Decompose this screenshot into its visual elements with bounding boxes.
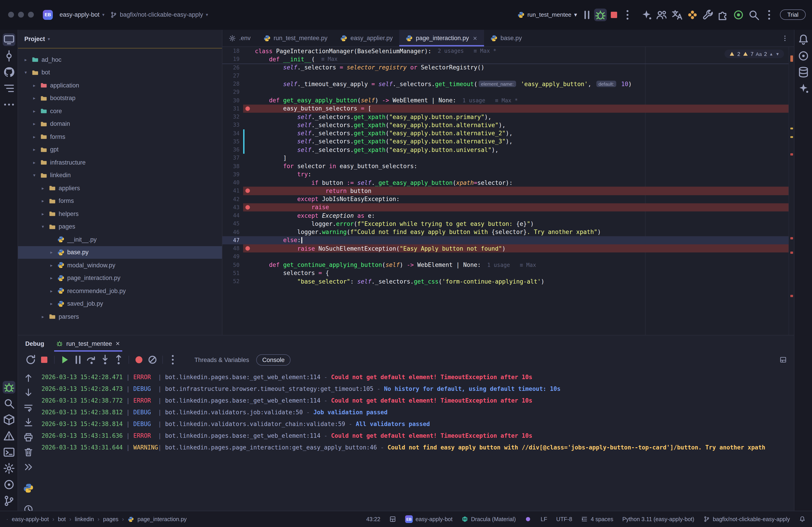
gutter[interactable]	[243, 244, 255, 253]
branch-selector[interactable]: bagfix/not-clickable-easy-apply ▾	[107, 9, 211, 20]
tree-chevron-icon[interactable]: ▸	[31, 121, 38, 126]
tab-console[interactable]: Console	[257, 354, 291, 365]
record-button[interactable]	[732, 8, 745, 21]
stripe-mark[interactable]	[791, 153, 793, 156]
gutter[interactable]	[243, 47, 255, 55]
gutter[interactable]	[243, 220, 255, 228]
flower-button[interactable]	[686, 8, 699, 21]
gutter[interactable]	[243, 211, 255, 220]
stop-button[interactable]	[608, 8, 620, 21]
stripe-mark[interactable]	[791, 127, 793, 130]
tree-chevron-icon[interactable]: ▸	[31, 83, 38, 88]
tree-item-pages[interactable]: ▾pages	[18, 220, 222, 233]
puzzle-button[interactable]	[717, 8, 729, 21]
stripe-mark[interactable]	[791, 56, 793, 62]
line-number[interactable]: 34	[222, 130, 243, 136]
line-number[interactable]: 47	[222, 237, 243, 243]
stepover-button[interactable]	[85, 353, 98, 366]
search-button[interactable]	[2, 397, 15, 410]
pause-button[interactable]	[72, 353, 84, 366]
console-output[interactable]: 2026-03-13 15:42:28.471 | ERROR | bot.li…	[42, 372, 791, 511]
line-number[interactable]: 18	[222, 48, 243, 54]
tree-item-forms[interactable]: ▸forms	[18, 195, 222, 207]
tree-item-parsers[interactable]: ▸parsers	[18, 310, 222, 323]
gutter[interactable]	[243, 137, 255, 146]
gutter[interactable]	[243, 203, 255, 212]
gutter[interactable]	[243, 170, 255, 179]
gutter[interactable]	[243, 236, 255, 244]
gutter[interactable]	[243, 113, 255, 121]
stop-button[interactable]	[38, 353, 50, 366]
packages-button[interactable]	[2, 413, 15, 426]
gutter[interactable]	[243, 261, 255, 269]
ai-button[interactable]	[797, 82, 810, 95]
project-widget[interactable]: EBeasy-apply-bot	[405, 515, 452, 523]
line-number[interactable]: 52	[222, 278, 243, 284]
debug-button[interactable]	[2, 381, 15, 394]
zoom-window-button[interactable]	[28, 12, 34, 18]
tree-item-modal_window.py[interactable]: ▸modal_window.py	[18, 259, 222, 272]
tree-item-domain[interactable]: ▸domain	[18, 118, 222, 130]
tree-chevron-icon[interactable]: ▾	[40, 224, 46, 229]
tree-item-helpers[interactable]: ▸helpers	[18, 207, 222, 220]
breadcrumb-file[interactable]: page_interaction.py	[137, 516, 187, 522]
line-separator[interactable]: LF	[541, 516, 547, 522]
tree-chevron-icon[interactable]: ▸	[48, 263, 55, 268]
notifications[interactable]	[799, 516, 806, 523]
line-number[interactable]: 48	[222, 245, 243, 252]
line-number[interactable]: 51	[222, 270, 243, 276]
terminal-button[interactable]	[2, 446, 15, 458]
breakpoint-dot[interactable]	[245, 205, 250, 210]
line-number[interactable]: 37	[222, 155, 243, 161]
gutter[interactable]	[243, 129, 255, 137]
breadcrumb-item[interactable]: linkedin	[75, 516, 94, 522]
line-number[interactable]: 44	[222, 212, 243, 219]
line-number[interactable]: 49	[222, 254, 243, 260]
tree-item-appliers[interactable]: ▸appliers	[18, 182, 222, 195]
split-button[interactable]	[389, 516, 396, 523]
stripe-mark[interactable]	[791, 251, 793, 254]
trash-button[interactable]	[23, 447, 34, 457]
tree-item-page_interaction.py[interactable]: ▸page_interaction.py	[18, 272, 222, 284]
pause-button[interactable]	[581, 8, 593, 21]
line-number[interactable]: 31	[222, 105, 243, 112]
problems-button[interactable]	[2, 430, 15, 442]
commit-button[interactable]	[2, 49, 15, 62]
branch-button[interactable]	[2, 495, 15, 507]
bpcircle-button[interactable]	[133, 353, 145, 366]
debug-button[interactable]	[594, 8, 607, 21]
services-button[interactable]	[2, 478, 15, 491]
git-branch-widget[interactable]: bagfix/not-clickable-easy-apply	[703, 516, 790, 523]
tab-threads-variables[interactable]: Threads & Variables	[189, 355, 255, 365]
kebab-button[interactable]	[166, 353, 179, 366]
line-number[interactable]: 28	[222, 81, 243, 87]
arrowup-button[interactable]	[23, 372, 34, 383]
line-number[interactable]: 39	[222, 171, 243, 178]
stripe-mark[interactable]	[791, 136, 793, 138]
stepinto-button[interactable]	[99, 353, 112, 366]
tree-item-forms[interactable]: ▸forms	[18, 130, 222, 143]
python-interpreter[interactable]: Python 3.11 (easy-apply-bot)	[622, 516, 694, 522]
prev-problem-icon[interactable]: ▲	[769, 51, 773, 56]
project-panel-header[interactable]: Project ▾	[18, 30, 222, 48]
bell-button[interactable]	[797, 33, 810, 46]
tree-chevron-icon[interactable]: ▸	[40, 314, 46, 319]
minimize-window-button[interactable]	[18, 12, 24, 18]
tree-chevron-icon[interactable]: ▸	[23, 57, 29, 62]
line-number[interactable]: 46	[222, 229, 243, 235]
tree-item-recommended_job.py[interactable]: ▸recommended_job.py	[18, 284, 222, 297]
services-button[interactable]	[797, 49, 810, 62]
tree-item-gpt[interactable]: ▸gpt	[18, 143, 222, 156]
tree-chevron-icon[interactable]: ▸	[31, 134, 38, 139]
ai-button[interactable]	[640, 8, 653, 21]
tree-chevron-icon[interactable]: ▸	[48, 250, 55, 255]
gutter[interactable]	[243, 55, 255, 63]
gutter[interactable]	[243, 253, 255, 261]
wrench-button[interactable]	[701, 8, 714, 21]
gutter[interactable]	[243, 228, 255, 236]
line-number[interactable]: 38	[222, 163, 243, 169]
line-number[interactable]: 19	[222, 56, 243, 62]
tab-run_test_mentee.py[interactable]: run_test_mentee.py	[257, 30, 334, 46]
tree-item-application[interactable]: ▸application	[18, 79, 222, 92]
line-number[interactable]: 26	[222, 64, 243, 71]
